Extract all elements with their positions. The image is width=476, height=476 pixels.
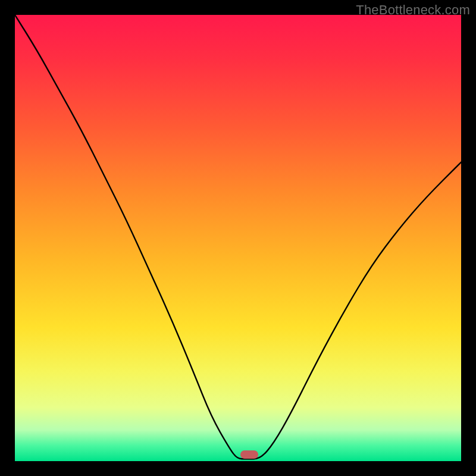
plot-area xyxy=(15,15,461,461)
watermark-text: TheBottleneck.com xyxy=(356,2,470,18)
chart-frame: TheBottleneck.com xyxy=(0,0,476,476)
heat-gradient-rect xyxy=(15,15,461,461)
gradient-background xyxy=(15,15,461,461)
optimal-point-marker xyxy=(240,450,258,459)
